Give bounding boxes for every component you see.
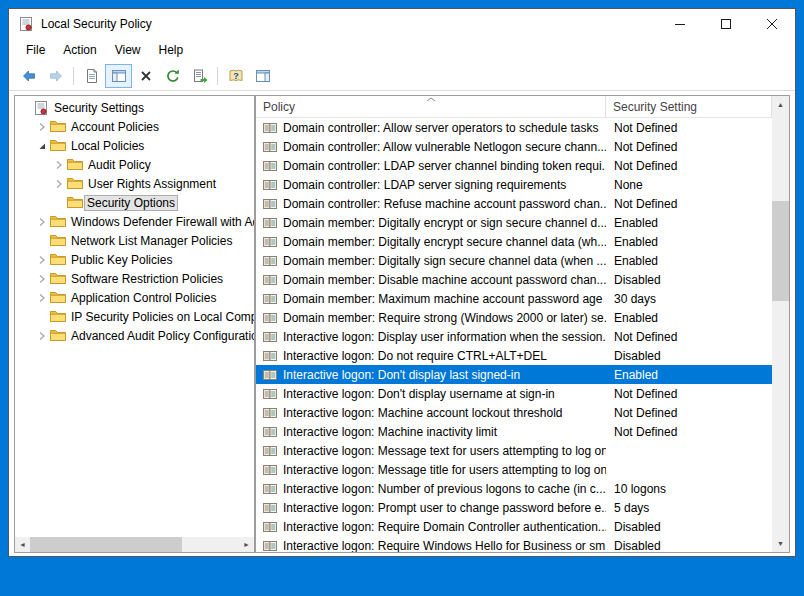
- close-button[interactable]: [749, 9, 795, 39]
- chevron-collapsed-icon[interactable]: [34, 255, 49, 265]
- folder-icon: [66, 196, 84, 209]
- chevron-collapsed-icon[interactable]: [34, 217, 49, 227]
- policy-row[interactable]: Interactive logon: Don't display usernam…: [256, 384, 772, 403]
- tree-item-security-options[interactable]: Security Options: [15, 193, 254, 212]
- chevron-collapsed-icon[interactable]: [34, 274, 49, 284]
- policy-row[interactable]: Domain controller: LDAP server channel b…: [256, 156, 772, 175]
- minimize-button[interactable]: [657, 9, 703, 39]
- policy-row[interactable]: Domain member: Digitally sign secure cha…: [256, 251, 772, 270]
- column-header-security-setting[interactable]: Security Setting: [606, 96, 772, 117]
- policy-row[interactable]: Interactive logon: Do not require CTRL+A…: [256, 346, 772, 365]
- toolbar-separator: [73, 67, 74, 85]
- policy-row[interactable]: Domain member: Maximum machine account p…: [256, 289, 772, 308]
- chevron-collapsed-icon[interactable]: [51, 179, 66, 189]
- policy-row[interactable]: Domain member: Require strong (Windows 2…: [256, 308, 772, 327]
- tree-item-security-settings[interactable]: Security Settings: [15, 98, 254, 117]
- properties-button[interactable]: [78, 64, 105, 88]
- policy-row[interactable]: Interactive logon: Machine account locko…: [256, 403, 772, 422]
- policy-row[interactable]: Domain controller: Allow vulnerable Netl…: [256, 137, 772, 156]
- tree-item-public-key-policies[interactable]: Public Key Policies: [15, 250, 254, 269]
- chevron-collapsed-icon[interactable]: [34, 293, 49, 303]
- policy-row[interactable]: Domain member: Disable machine account p…: [256, 270, 772, 289]
- menu-view[interactable]: View: [106, 40, 150, 60]
- maximize-button[interactable]: [703, 9, 749, 39]
- policy-setting: Not Defined: [606, 387, 772, 401]
- policy-row[interactable]: Interactive logon: Require Domain Contro…: [256, 517, 772, 536]
- scroll-up-arrow-icon[interactable]: ▲: [772, 96, 789, 113]
- policy-icon: [262, 520, 278, 534]
- menu-file[interactable]: File: [17, 40, 54, 60]
- policy-row[interactable]: Domain controller: LDAP server signing r…: [256, 175, 772, 194]
- policy-row[interactable]: Interactive logon: Message title for use…: [256, 460, 772, 479]
- delete-button[interactable]: [132, 64, 159, 88]
- tree-horizontal-scrollbar[interactable]: ◄ ►: [15, 537, 254, 552]
- tree-item-windows-defender-firewall-with-adva[interactable]: Windows Defender Firewall with Adva: [15, 212, 254, 231]
- local-security-policy-window: Local Security Policy FileActionViewHelp…: [8, 8, 796, 557]
- policy-row[interactable]: Interactive logon: Message text for user…: [256, 441, 772, 460]
- tree-item-audit-policy[interactable]: Audit Policy: [15, 155, 254, 174]
- scroll-left-arrow-icon[interactable]: ◄: [15, 537, 30, 552]
- back-button[interactable]: [15, 64, 42, 88]
- policy-setting: Enabled: [606, 368, 772, 382]
- policy-name: Interactive logon: Machine inactivity li…: [283, 425, 606, 439]
- policy-icon: [262, 330, 278, 344]
- policy-row[interactable]: Interactive logon: Prompt user to change…: [256, 498, 772, 517]
- folder-icon: [49, 291, 67, 304]
- policy-row[interactable]: Interactive logon: Don't display last si…: [256, 365, 772, 384]
- tree-item-label: Network List Manager Policies: [67, 232, 236, 250]
- policy-name: Interactive logon: Require Windows Hello…: [283, 539, 606, 553]
- menu-help[interactable]: Help: [150, 40, 193, 60]
- chevron-expanded-icon[interactable]: [34, 141, 49, 151]
- tree-item-account-policies[interactable]: Account Policies: [15, 117, 254, 136]
- policy-setting: Enabled: [606, 311, 772, 325]
- policy-icon: [262, 444, 278, 458]
- help-icon: ?: [228, 68, 244, 84]
- scroll-down-arrow-icon[interactable]: ▼: [772, 535, 789, 552]
- console-tree-pane: Security SettingsAccount PoliciesLocal P…: [14, 95, 255, 553]
- tree-item-label: Advanced Audit Policy Configuration: [67, 327, 254, 345]
- scroll-right-arrow-icon[interactable]: ►: [239, 537, 254, 552]
- vertical-scroll-thumb[interactable]: [772, 201, 789, 301]
- policy-row[interactable]: Interactive logon: Number of previous lo…: [256, 479, 772, 498]
- tree-item-advanced-audit-policy-configuration[interactable]: Advanced Audit Policy Configuration: [15, 326, 254, 345]
- horizontal-scroll-thumb[interactable]: [30, 537, 182, 552]
- policy-icon: [262, 235, 278, 249]
- console-tree-toggle-button[interactable]: [105, 64, 132, 88]
- tree-item-local-policies[interactable]: Local Policies: [15, 136, 254, 155]
- policy-icon: [262, 311, 278, 325]
- folder-icon: [49, 215, 67, 228]
- menu-bar: FileActionViewHelp: [9, 39, 795, 61]
- policy-icon: [262, 349, 278, 363]
- tree-item-network-list-manager-policies[interactable]: Network List Manager Policies: [15, 231, 254, 250]
- forward-button[interactable]: [42, 64, 69, 88]
- folder-icon: [49, 120, 67, 133]
- policy-setting: Not Defined: [606, 121, 772, 135]
- policy-row[interactable]: Interactive logon: Display user informat…: [256, 327, 772, 346]
- policy-row[interactable]: Domain controller: Refuse machine accoun…: [256, 194, 772, 213]
- policy-row[interactable]: Interactive logon: Require Windows Hello…: [256, 536, 772, 552]
- policy-setting: Not Defined: [606, 330, 772, 344]
- policy-name: Domain member: Maximum machine account p…: [283, 292, 606, 306]
- tree-item-software-restriction-policies[interactable]: Software Restriction Policies: [15, 269, 254, 288]
- refresh-button[interactable]: [159, 64, 186, 88]
- chevron-collapsed-icon[interactable]: [34, 122, 49, 132]
- column-header-security-setting-label: Security Setting: [613, 100, 697, 114]
- policy-row[interactable]: Interactive logon: Machine inactivity li…: [256, 422, 772, 441]
- chevron-collapsed-icon[interactable]: [51, 160, 66, 170]
- export-list-button[interactable]: [186, 64, 213, 88]
- list-vertical-scrollbar[interactable]: ▲ ▼: [772, 96, 789, 552]
- policy-row[interactable]: Domain member: Digitally encrypt or sign…: [256, 213, 772, 232]
- policy-icon: [262, 121, 278, 135]
- policy-row[interactable]: Domain controller: Allow server operator…: [256, 118, 772, 137]
- menu-action[interactable]: Action: [54, 40, 105, 60]
- policy-row[interactable]: Domain member: Digitally encrypt secure …: [256, 232, 772, 251]
- tree-item-ip-security-policies-on-local-compute[interactable]: IP Security Policies on Local Compute: [15, 307, 254, 326]
- tree-item-application-control-policies[interactable]: Application Control Policies: [15, 288, 254, 307]
- tree-item-user-rights-assignment[interactable]: User Rights Assignment: [15, 174, 254, 193]
- column-header-policy[interactable]: Policy: [256, 96, 606, 117]
- action-pane-toggle-button[interactable]: [249, 64, 276, 88]
- help-button[interactable]: ?: [222, 64, 249, 88]
- policy-icon: [262, 482, 278, 496]
- chevron-collapsed-icon[interactable]: [34, 331, 49, 341]
- policy-icon: [262, 197, 278, 211]
